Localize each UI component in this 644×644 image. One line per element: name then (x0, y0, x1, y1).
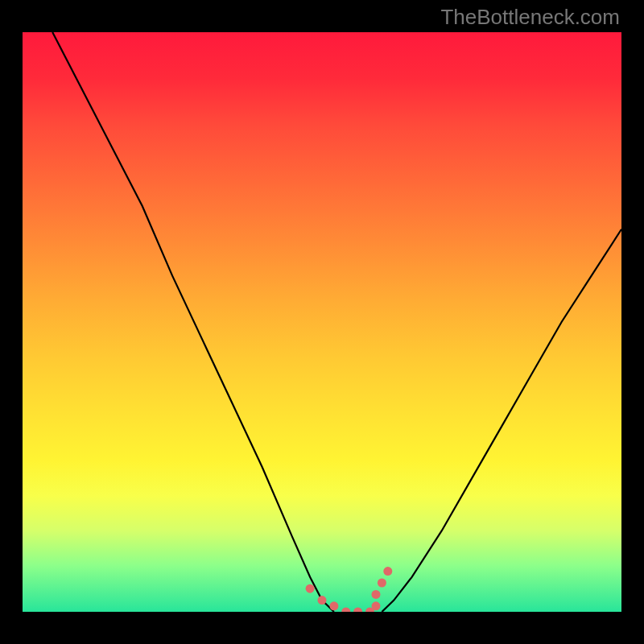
floor-dot (372, 601, 381, 610)
floor-dot (318, 596, 327, 605)
floor-dot (341, 608, 350, 613)
floor-dots (23, 32, 621, 612)
floor-dot (372, 590, 381, 599)
floor-dot (378, 579, 386, 588)
floor-dot (306, 584, 315, 593)
chart-frame: TheBottleneck.com (0, 0, 644, 644)
floor-dot (329, 601, 338, 610)
floor-dot (383, 567, 392, 576)
floor-dot (353, 608, 362, 613)
plot-area (23, 32, 621, 612)
watermark-text: TheBottleneck.com (440, 5, 620, 30)
